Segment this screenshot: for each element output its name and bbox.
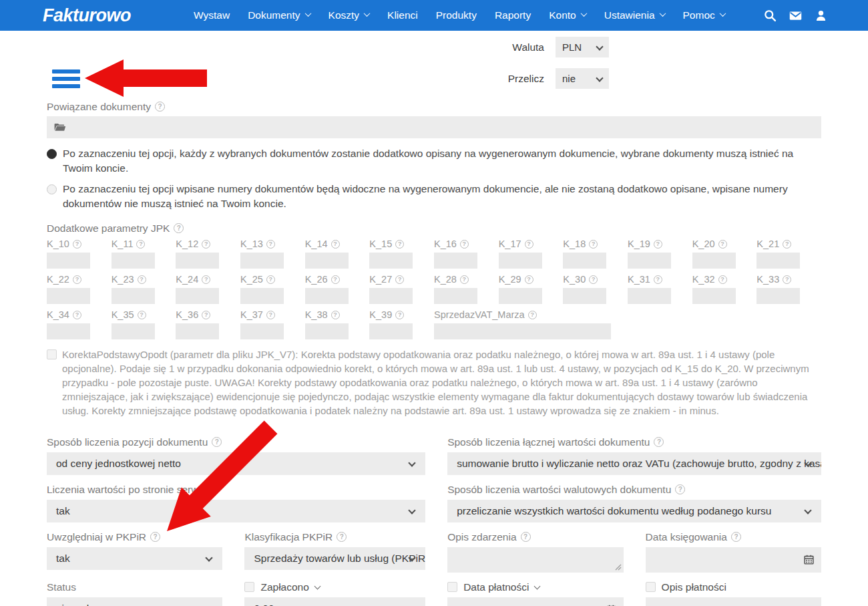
jpk-input-k_12[interactable] xyxy=(176,253,219,269)
help-icon[interactable] xyxy=(731,532,741,542)
help-icon[interactable] xyxy=(202,240,210,249)
nav-item-wystaw[interactable]: Wystaw xyxy=(194,9,230,21)
payment-date-checkbox[interactable] xyxy=(447,582,457,592)
jpk-input-k_21[interactable] xyxy=(756,253,800,269)
help-icon[interactable] xyxy=(212,437,222,447)
help-icon[interactable] xyxy=(138,311,146,319)
help-icon[interactable] xyxy=(73,275,81,284)
jpk-input-k_36[interactable] xyxy=(176,323,219,339)
help-icon[interactable] xyxy=(783,240,791,249)
jpk-input-k_15[interactable] xyxy=(369,253,413,269)
resize-grip-icon[interactable] xyxy=(615,564,622,571)
jpk-input-k_13[interactable] xyxy=(240,253,284,269)
jpk-input-k_22[interactable] xyxy=(47,288,90,304)
help-icon[interactable] xyxy=(202,275,210,284)
paid-checkbox[interactable] xyxy=(244,582,254,592)
nav-item-dokumenty[interactable]: Dokumenty xyxy=(248,9,310,21)
paid-amount-input[interactable]: 0.00 xyxy=(244,597,425,606)
help-icon[interactable] xyxy=(525,240,533,249)
related-doc-option-1[interactable]: Po zaznaczeniu tej opcji, każdy z wybran… xyxy=(47,146,821,176)
help-icon[interactable] xyxy=(73,240,81,249)
jpk-input-k_31[interactable] xyxy=(628,288,671,304)
convert-select[interactable]: nie xyxy=(556,68,609,89)
jpk-input-k_19[interactable] xyxy=(628,253,671,269)
jpk-input-k_16[interactable] xyxy=(434,253,477,269)
chevron-down-icon[interactable] xyxy=(314,583,320,590)
help-icon[interactable] xyxy=(395,275,404,284)
help-icon[interactable] xyxy=(266,275,275,284)
help-icon[interactable] xyxy=(266,240,275,249)
user-icon[interactable] xyxy=(814,9,828,23)
help-icon[interactable] xyxy=(783,275,791,284)
help-icon[interactable] xyxy=(73,311,81,319)
booking-date-input[interactable] xyxy=(646,547,821,573)
related-doc-option-2[interactable]: Po zaznaczeniu tej opcji wpisane numery … xyxy=(47,182,821,211)
help-icon[interactable] xyxy=(654,275,662,284)
help-icon[interactable] xyxy=(654,240,662,249)
jpk-input-k_20[interactable] xyxy=(692,253,736,269)
related-documents-input[interactable] xyxy=(47,116,821,138)
nav-item-raporty[interactable]: Raporty xyxy=(495,9,531,21)
help-icon[interactable] xyxy=(589,240,598,249)
jpk-input-k_35[interactable] xyxy=(112,323,155,339)
status-select[interactable]: niezapłacona xyxy=(47,597,222,606)
help-icon[interactable] xyxy=(654,437,664,447)
help-icon[interactable] xyxy=(331,275,340,284)
help-icon[interactable] xyxy=(150,532,160,542)
radio-button[interactable] xyxy=(47,149,57,159)
jpk-input-k_30[interactable] xyxy=(563,288,606,304)
radio-button[interactable] xyxy=(47,184,57,194)
nav-item-pomoc[interactable]: Pomoc xyxy=(683,9,725,21)
help-icon[interactable] xyxy=(718,275,727,284)
currency-select[interactable]: PLN xyxy=(556,37,609,57)
jpk-input-k_34[interactable] xyxy=(47,323,90,339)
jpk-input-k_18[interactable] xyxy=(563,253,606,269)
help-icon[interactable] xyxy=(331,240,340,249)
jpk-input-k_14[interactable] xyxy=(305,253,349,269)
jpk-input-k_11[interactable] xyxy=(112,253,155,269)
brand-logo[interactable]: Fakturowo xyxy=(43,5,131,26)
jpk-input-k_10[interactable] xyxy=(47,253,90,269)
server-calc-select[interactable]: tak xyxy=(47,500,425,522)
help-icon[interactable] xyxy=(528,311,537,319)
jpk-input-sprzedazvat_marza[interactable] xyxy=(434,323,611,339)
chevron-down-icon[interactable] xyxy=(534,583,541,590)
jpk-input-k_38[interactable] xyxy=(305,323,349,339)
nav-item-klienci[interactable]: Klienci xyxy=(387,9,418,21)
help-icon[interactable] xyxy=(675,484,685,494)
help-icon[interactable] xyxy=(395,311,404,319)
help-icon[interactable] xyxy=(331,311,340,319)
search-icon[interactable] xyxy=(763,9,777,23)
event-desc-textarea[interactable] xyxy=(447,547,623,573)
pos-calc-select[interactable]: od ceny jednostkowej netto xyxy=(47,452,425,475)
help-icon[interactable] xyxy=(266,311,275,319)
payment-desc-textarea[interactable] xyxy=(646,597,821,606)
nav-item-konto[interactable]: Konto xyxy=(549,9,586,21)
jpk-input-k_33[interactable] xyxy=(756,288,800,304)
help-icon[interactable] xyxy=(202,311,210,319)
nav-item-ustawienia[interactable]: Ustawienia xyxy=(604,9,665,21)
help-icon[interactable] xyxy=(460,240,469,249)
payment-desc-checkbox[interactable] xyxy=(646,582,656,592)
pkpir-class-select[interactable]: Sprzedaży towarów lub usług (PKPiR xyxy=(244,547,425,570)
help-icon[interactable] xyxy=(138,275,146,284)
calendar-icon[interactable] xyxy=(803,554,815,565)
jpk-input-k_24[interactable] xyxy=(176,288,219,304)
jpk-input-k_25[interactable] xyxy=(240,288,284,304)
help-icon[interactable] xyxy=(525,275,533,284)
help-icon[interactable] xyxy=(136,240,145,249)
help-icon[interactable] xyxy=(521,532,531,542)
jpk-input-k_32[interactable] xyxy=(692,288,736,304)
help-icon[interactable] xyxy=(395,240,404,249)
jpk-input-k_37[interactable] xyxy=(240,323,284,339)
jpk-input-k_28[interactable] xyxy=(434,288,477,304)
total-calc-select[interactable]: sumowanie brutto i wyliczanie netto oraz… xyxy=(447,452,821,475)
help-icon[interactable] xyxy=(718,240,727,249)
korekta-checkbox[interactable] xyxy=(47,349,57,359)
jpk-input-k_26[interactable] xyxy=(305,288,349,304)
nav-item-koszty[interactable]: Koszty xyxy=(329,9,370,21)
help-icon[interactable] xyxy=(337,532,347,542)
currency-calc-select[interactable]: przeliczanie wszystkich wartości dokumen… xyxy=(447,500,821,522)
nav-item-produkty[interactable]: Produkty xyxy=(436,9,477,21)
jpk-input-k_17[interactable] xyxy=(499,253,542,269)
